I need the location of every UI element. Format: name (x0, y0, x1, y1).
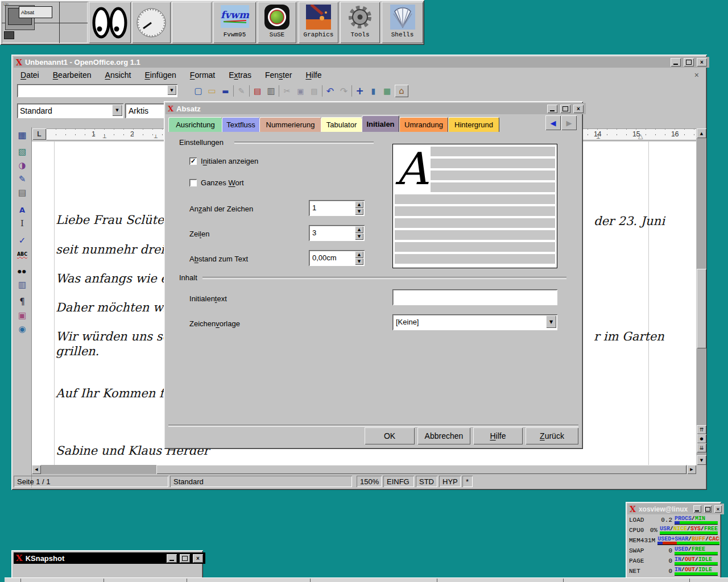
graphics-toggle-icon[interactable]: ▣ (15, 309, 30, 322)
tab-tabulator[interactable]: Tabulator (321, 117, 362, 132)
menu-ansicht[interactable]: Ansicht (98, 69, 138, 81)
status-selection-mode[interactable]: STD (416, 476, 437, 487)
ksnapshot-maximize-button[interactable] (180, 554, 190, 563)
open-icon[interactable]: ▭ (206, 85, 218, 97)
clock-button[interactable] (132, 2, 171, 43)
tab-hintergrund[interactable]: Hintergrund (448, 117, 499, 132)
tab-textfluss[interactable]: Textfluss (222, 117, 260, 132)
autotext-icon[interactable]: A (15, 203, 30, 216)
menu-format[interactable]: Format (183, 69, 222, 81)
status-insert-mode[interactable]: EINFG (383, 476, 414, 487)
help-button[interactable]: Hilfe (473, 427, 523, 444)
data-sources-icon[interactable]: ▥ (15, 278, 30, 291)
char-count-spinner[interactable]: 1 ▲ ▼ (309, 200, 365, 216)
menu-einfuegen[interactable]: Einfügen (138, 69, 183, 81)
spin-down-icon[interactable]: ▼ (355, 233, 363, 240)
scroll-left-icon[interactable]: ◀ (32, 465, 41, 474)
launcher-shells[interactable]: Shells (382, 2, 423, 43)
next-page-icon[interactable]: ⇊ (697, 443, 706, 452)
status-hyperlink-mode[interactable]: HYP (439, 476, 461, 487)
insert-graphics-icon[interactable]: ◑ (15, 159, 30, 172)
form-functions-icon[interactable]: ▤ (15, 186, 30, 199)
save-icon[interactable]: ▬ (220, 85, 231, 97)
writer-titlebar[interactable]: X Unbenannt1 - OpenOffice.org 1.1 × (14, 57, 709, 68)
horizontal-scrollbar[interactable]: ◀ ▶ (32, 465, 696, 474)
style-dropdown-icon[interactable]: ▼ (112, 105, 122, 116)
undo-icon[interactable]: ↶ (324, 85, 336, 97)
ksnapshot-titlebar[interactable]: X KSnapshot × (14, 552, 205, 564)
scroll-down-icon[interactable]: ▼ (697, 455, 706, 465)
tab-umrandung[interactable]: Umrandung (399, 117, 448, 132)
scroll-up-icon[interactable]: ▲ (697, 128, 706, 138)
tab-stop-selector[interactable]: L (32, 128, 46, 140)
tab-ausrichtung[interactable]: Ausrichtung (168, 117, 222, 132)
launcher-fvwm95[interactable]: fvwm Fvwm95 (213, 2, 256, 43)
xeyes-button[interactable] (89, 2, 131, 43)
cancel-button[interactable]: Abbrechen (417, 427, 470, 444)
status-zoom[interactable]: 150% (357, 476, 382, 487)
navigation-dot-icon[interactable]: ● (697, 434, 706, 443)
draw-functions-icon[interactable]: ✎ (15, 173, 30, 185)
tab-scroll-forward-icon[interactable]: ▶ (561, 115, 577, 130)
tab-scroll-back-icon[interactable]: ◀ (545, 115, 561, 130)
previous-page-icon[interactable]: ⇈ (697, 425, 706, 434)
xosview-titlebar[interactable]: X xosview@linux × (627, 504, 724, 514)
spin-down-icon[interactable]: ▼ (355, 208, 363, 215)
tab-stop-marker[interactable]: ⊥ (102, 134, 107, 139)
menu-bearbeiten[interactable]: Bearbeiten (46, 69, 98, 81)
dialog-minimize-button[interactable] (547, 105, 557, 113)
fvwm-pager[interactable]: Un Absat (2, 2, 88, 43)
redo-icon[interactable]: ↷ (338, 85, 350, 97)
url-dropdown-icon[interactable]: ▼ (167, 85, 176, 95)
menu-hilfe[interactable]: Hilfe (299, 69, 328, 81)
ok-button[interactable]: OK (365, 427, 415, 444)
launcher-suse[interactable]: SuSE (258, 2, 296, 43)
auto-spellcheck-icon[interactable]: ABC (15, 248, 30, 260)
close-document-icon[interactable]: × (689, 70, 705, 80)
tab-stop-marker[interactable]: ⊥ (154, 134, 158, 139)
menu-datei[interactable]: Datei (14, 69, 46, 81)
menu-extras[interactable]: Extras (222, 69, 258, 81)
nonprinting-characters-icon[interactable]: ¶ (15, 296, 30, 308)
horizontal-scrollbar-thumb[interactable] (156, 465, 686, 474)
lines-spinner[interactable]: 3 ▲ ▼ (309, 225, 365, 241)
xosview-minimize-button[interactable] (693, 505, 701, 513)
maximize-button[interactable] (684, 58, 694, 66)
edit-file-icon[interactable]: ✎ (235, 85, 247, 97)
navigator-icon[interactable]: + (354, 85, 366, 97)
url-combobox[interactable]: ▼ (17, 84, 177, 97)
insert-table-icon[interactable]: ▦ (15, 128, 30, 141)
direct-cursor-icon[interactable]: I (15, 217, 30, 230)
show-dropcaps-checkbox[interactable]: ✓ (189, 157, 197, 165)
dialog-maximize-button[interactable] (560, 105, 570, 113)
minimize-button[interactable] (671, 58, 681, 66)
launcher-tools[interactable]: Tools (340, 2, 380, 43)
vertical-scrollbar-thumb[interactable] (697, 269, 706, 348)
vertical-scrollbar[interactable]: ▲ ⇈ ● ⇊ ▼ (697, 128, 706, 465)
stylist-icon[interactable]: ▮ (367, 85, 379, 97)
find-icon[interactable]: ●● (15, 265, 30, 277)
reset-button[interactable]: Zurück (526, 427, 578, 444)
character-style-combobox[interactable]: [Keine] ▼ (392, 314, 557, 330)
paste-icon[interactable]: ▤ (308, 85, 320, 97)
tab-nummerierung[interactable]: Nummerierung (259, 117, 321, 132)
spellcheck-icon[interactable]: ✓ (15, 234, 30, 247)
pager-mini-dialog[interactable]: Absat (19, 6, 52, 18)
export-pdf-icon[interactable]: ▤ (251, 85, 263, 97)
tab-stop-marker[interactable]: ⊥ (596, 134, 601, 140)
spin-up-icon[interactable]: ▲ (355, 251, 363, 258)
home-gallery-icon[interactable]: ⌂ (395, 85, 408, 97)
gallery-icon[interactable]: ▦ (381, 85, 393, 97)
cut-icon[interactable]: ✂ (281, 85, 293, 97)
distance-spinner[interactable]: 0,00cm ▲ ▼ (309, 250, 365, 266)
indent-marker[interactable]: △ (638, 132, 643, 140)
print-icon[interactable]: ▥ (265, 85, 277, 97)
ksnapshot-close-button[interactable]: × (193, 554, 203, 563)
tab-initialen[interactable]: Initialen (362, 115, 399, 132)
copy-icon[interactable]: ▣ (295, 85, 307, 97)
close-button[interactable]: × (697, 58, 707, 66)
spin-up-icon[interactable]: ▲ (355, 201, 363, 208)
insert-frame-icon[interactable]: ▧ (15, 146, 30, 158)
scroll-right-icon[interactable]: ▶ (687, 465, 696, 474)
online-layout-icon[interactable]: ◉ (15, 323, 30, 335)
